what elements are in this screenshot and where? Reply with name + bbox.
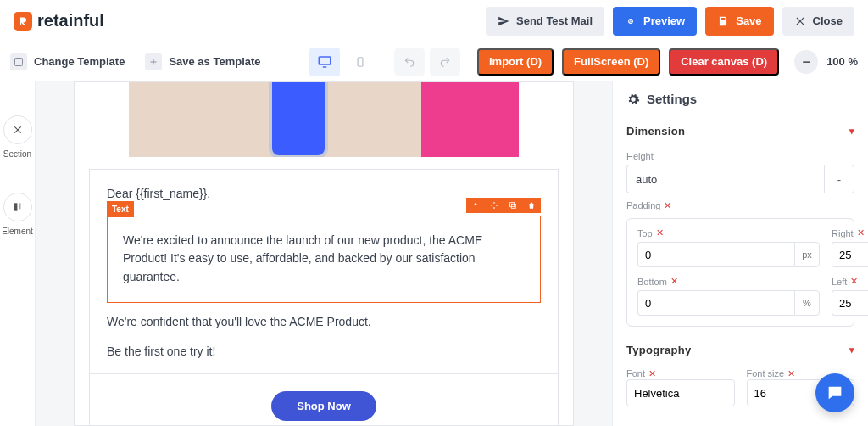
padding-group: Top✕ px Right✕ px Bottom✕ % Left✕ px — [626, 218, 854, 327]
padding-left-input[interactable] — [832, 290, 868, 316]
dimension-label: Dimension — [626, 125, 685, 137]
close-label: Close — [813, 14, 843, 27]
toolbar-left: Change Template Save as Template — [10, 53, 261, 70]
eye-icon — [625, 15, 637, 27]
body-text-section[interactable]: Dear {{first_name}}, Text We're excited … — [89, 169, 559, 374]
height-unit[interactable]: - — [824, 165, 854, 193]
sidebar-element-label: Element — [2, 227, 33, 236]
header-actions: Send Test Mail Preview Save Close — [486, 7, 854, 36]
padding-top-label: Top✕ — [637, 227, 820, 238]
redo-icon — [437, 56, 453, 68]
paper-plane-icon — [498, 15, 509, 27]
save-template-icon — [145, 53, 162, 70]
hero-pink-box-graphic — [421, 82, 519, 157]
device-desktop-button[interactable] — [309, 48, 340, 76]
padding-label: Padding✕ — [626, 200, 854, 211]
typography-label: Typography — [626, 344, 691, 356]
mobile-icon — [354, 54, 366, 70]
brand-logo-icon — [14, 12, 32, 31]
undo-icon — [402, 56, 417, 68]
settings-title-label: Settings — [647, 92, 697, 106]
element-icon — [3, 193, 32, 221]
padding-right-input[interactable] — [832, 242, 868, 267]
save-as-template-label: Save as Template — [169, 55, 260, 68]
change-template-label: Change Template — [34, 55, 125, 68]
editor-toolbar: Change Template Save as Template Import … — [0, 42, 868, 81]
preview-button[interactable]: Preview — [613, 7, 697, 36]
paragraph-be-first: Be the first one try it! — [107, 343, 541, 362]
paragraph-confidence: We're confident that you'll love the ACM… — [107, 313, 541, 332]
padding-bottom-input[interactable] — [637, 290, 794, 316]
padding-top-unit[interactable]: px — [794, 242, 820, 267]
canvas-area: Dear {{first_name}}, Text We're excited … — [36, 81, 612, 426]
import-button[interactable]: Import (D) — [477, 48, 554, 76]
selected-paragraph: We're excited to announce the launch of … — [123, 233, 482, 283]
hero-phone-graphic — [269, 82, 328, 157]
selected-text-block[interactable]: Text We're excited to announce the launc… — [107, 216, 541, 303]
svg-rect-9 — [511, 204, 515, 208]
selected-block-toolbar — [466, 198, 541, 213]
cta-section[interactable]: Shop Now Hurry! We have limited stocks o… — [89, 374, 559, 426]
svg-rect-2 — [15, 58, 23, 65]
delete-icon[interactable] — [526, 199, 537, 211]
main-area: Section Element Dear {{first_name}}, Tex… — [0, 81, 868, 426]
duplicate-icon[interactable] — [507, 199, 519, 211]
svg-rect-4 — [358, 57, 363, 66]
sidebar-element-tab[interactable]: Element — [2, 193, 33, 236]
save-label: Save — [736, 14, 761, 27]
close-button[interactable]: Close — [782, 7, 854, 36]
padding-right-label: Right✕ — [832, 227, 868, 238]
template-icon — [10, 53, 27, 70]
save-as-template-button[interactable]: Save as Template — [145, 53, 260, 70]
change-template-button[interactable]: Change Template — [10, 53, 125, 70]
font-input[interactable] — [626, 379, 735, 406]
gear-icon — [626, 92, 640, 106]
zoom-value: 100 % — [826, 55, 858, 68]
brand-name: retainful — [37, 11, 104, 31]
settings-title: Settings — [626, 92, 854, 106]
move-up-icon[interactable] — [470, 199, 481, 211]
preview-label: Preview — [643, 14, 685, 27]
section-icon — [3, 115, 32, 144]
desktop-icon — [317, 54, 332, 70]
padding-bottom-unit[interactable]: % — [794, 290, 820, 316]
drag-icon[interactable] — [488, 199, 500, 211]
fullscreen-button[interactable]: FullScreen (D) — [562, 48, 660, 76]
clear-canvas-button[interactable]: Clear canvas (D) — [669, 48, 779, 76]
height-field: - — [626, 165, 854, 193]
redo-button[interactable] — [430, 48, 460, 76]
height-input[interactable] — [626, 165, 824, 193]
padding-left-label: Left✕ — [832, 276, 868, 287]
padding-bottom-label: Bottom✕ — [637, 276, 820, 287]
svg-rect-7 — [14, 203, 17, 210]
font-label: Font✕ — [626, 368, 735, 379]
sidebar-section-tab[interactable]: Section — [3, 115, 32, 159]
svg-rect-8 — [19, 203, 20, 209]
selected-block-label: Text — [107, 201, 134, 218]
zoom-control: – 100 % — [794, 50, 858, 74]
dimension-section-header[interactable]: Dimension ▾ — [626, 118, 854, 144]
zoom-out-button[interactable]: – — [794, 50, 818, 74]
padding-top-input[interactable] — [637, 242, 794, 267]
undo-button[interactable] — [394, 48, 425, 76]
height-label: Height — [626, 151, 854, 161]
email-canvas[interactable]: Dear {{first_name}}, Text We're excited … — [74, 81, 574, 426]
svg-rect-3 — [319, 57, 331, 64]
hero-image[interactable] — [129, 82, 519, 157]
send-test-button[interactable]: Send Test Mail — [486, 7, 604, 36]
shop-now-button[interactable]: Shop Now — [271, 391, 376, 421]
toolbar-right: Import (D) FullScreen (D) Clear canvas (… — [477, 48, 858, 76]
close-icon — [794, 15, 806, 27]
send-test-label: Send Test Mail — [516, 14, 593, 27]
chevron-down-icon: ▾ — [849, 126, 854, 137]
chat-icon — [826, 384, 844, 402]
chevron-down-icon: ▾ — [849, 345, 854, 356]
chat-fab[interactable] — [815, 373, 854, 412]
typography-section-header[interactable]: Typography ▾ — [626, 337, 854, 363]
device-mobile-button[interactable] — [345, 48, 376, 76]
save-button[interactable]: Save — [705, 7, 773, 36]
sidebar-left: Section Element — [0, 81, 36, 426]
app-header: retainful Send Test Mail Preview Save Cl… — [0, 0, 868, 42]
brand: retainful — [14, 11, 104, 31]
sidebar-section-label: Section — [3, 149, 31, 159]
